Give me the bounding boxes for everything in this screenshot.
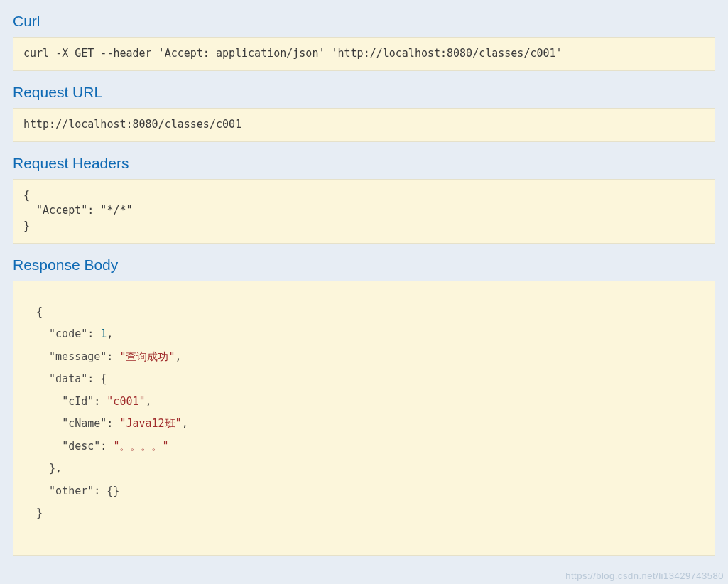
section-title-response-body: Response Body <box>13 256 715 274</box>
section-title-request-url: Request URL <box>13 84 715 101</box>
curl-codebox[interactable]: curl -X GET --header 'Accept: applicatio… <box>13 37 715 71</box>
request-headers-codebox[interactable]: { "Accept": "*/*" } <box>13 179 715 244</box>
watermark: https://blog.csdn.net/li13429743580 <box>565 571 724 581</box>
section-title-request-headers: Request Headers <box>13 155 715 172</box>
request-url-codebox[interactable]: http://localhost:8080/classes/c001 <box>13 108 715 142</box>
response-body-codebox[interactable]: { "code": 1, "message": "查询成功", "data": … <box>13 281 715 556</box>
section-title-curl: Curl <box>13 13 715 30</box>
